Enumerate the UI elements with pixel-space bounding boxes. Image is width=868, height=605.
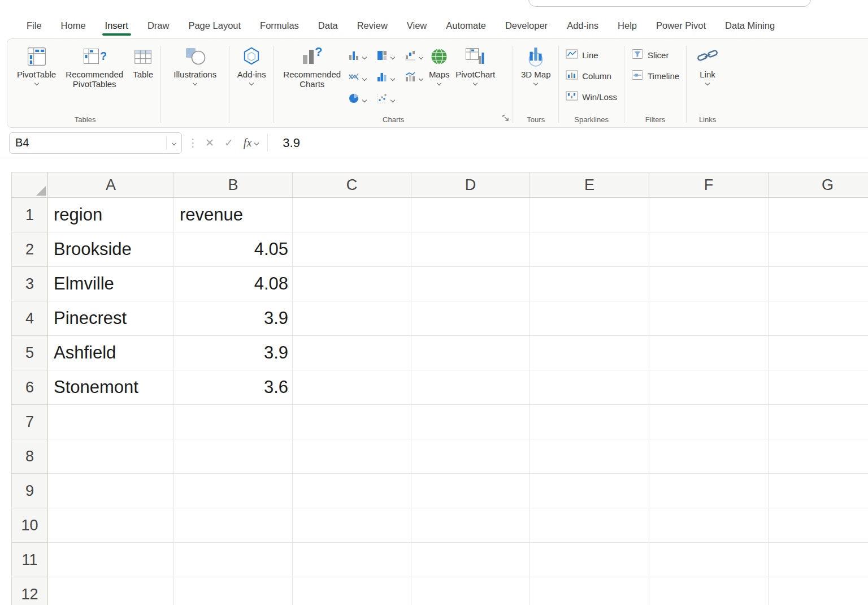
- recommended-charts-button[interactable]: ? Recommended Charts: [279, 44, 345, 91]
- row-header-3[interactable]: 3: [11, 267, 48, 301]
- tab-page-layout[interactable]: Page Layout: [179, 15, 250, 37]
- cancel-entry-icon[interactable]: ✕: [205, 136, 214, 149]
- cell-B9[interactable]: [174, 474, 293, 508]
- cell-A2[interactable]: Brookside: [48, 232, 174, 267]
- cell-D2[interactable]: [411, 232, 530, 267]
- cell-E11[interactable]: [530, 543, 649, 577]
- cell-F5[interactable]: [649, 336, 769, 370]
- pivottable-button[interactable]: PivotTable: [14, 44, 59, 87]
- tab-power-pivot[interactable]: Power Pivot: [646, 15, 715, 37]
- column-header-F[interactable]: F: [649, 172, 769, 198]
- tab-data-mining[interactable]: Data Mining: [715, 15, 784, 37]
- cell-E9[interactable]: [530, 474, 649, 508]
- cell-C1[interactable]: [293, 198, 411, 232]
- cell-A12[interactable]: [48, 577, 174, 605]
- insert-function-button[interactable]: fx: [244, 136, 258, 149]
- cell-E8[interactable]: [530, 439, 649, 474]
- tab-draw[interactable]: Draw: [138, 15, 179, 37]
- cell-F4[interactable]: [649, 301, 769, 336]
- cell-A10[interactable]: [48, 508, 174, 543]
- insert-combo-chart-button[interactable]: [402, 69, 426, 87]
- insert-scatter-chart-button[interactable]: [374, 90, 397, 109]
- cell-F1[interactable]: [649, 198, 769, 232]
- timeline-button[interactable]: Timeline: [629, 66, 682, 87]
- cell-C8[interactable]: [293, 439, 411, 474]
- name-box[interactable]: B4: [9, 132, 182, 154]
- tab-help[interactable]: Help: [608, 15, 646, 37]
- cell-D5[interactable]: [411, 336, 530, 370]
- tab-add-ins[interactable]: Add-ins: [557, 15, 608, 37]
- cell-E4[interactable]: [530, 301, 649, 336]
- row-header-11[interactable]: 11: [11, 543, 48, 577]
- recommended-pivottables-button[interactable]: ? Recommended PivotTables: [59, 44, 130, 91]
- name-box-dropdown[interactable]: [166, 136, 176, 150]
- insert-line-area-chart-button[interactable]: [345, 69, 369, 87]
- cell-B4[interactable]: 3.9: [174, 301, 293, 336]
- select-all-corner[interactable]: [11, 172, 48, 198]
- column-header-A[interactable]: A: [48, 172, 174, 198]
- cell-F11[interactable]: [649, 543, 769, 577]
- cell-B11[interactable]: [174, 543, 293, 577]
- cell-G10[interactable]: [769, 508, 868, 543]
- cell-G12[interactable]: [769, 577, 868, 605]
- cell-B12[interactable]: [174, 577, 293, 605]
- cell-B8[interactable]: [174, 439, 293, 474]
- addins-button[interactable]: Add-ins: [234, 44, 269, 87]
- cell-G5[interactable]: [769, 336, 868, 370]
- column-header-G[interactable]: G: [769, 172, 868, 198]
- cell-F8[interactable]: [649, 439, 769, 474]
- column-header-E[interactable]: E: [530, 172, 649, 198]
- formula-bar-drag-handle[interactable]: ⋮: [188, 136, 198, 149]
- cell-C2[interactable]: [293, 232, 411, 267]
- row-header-12[interactable]: 12: [11, 577, 48, 605]
- cell-E7[interactable]: [530, 405, 649, 439]
- cell-E3[interactable]: [530, 267, 649, 301]
- cell-F2[interactable]: [649, 232, 769, 267]
- cell-A8[interactable]: [48, 439, 174, 474]
- cell-D4[interactable]: [411, 301, 530, 336]
- cell-C7[interactable]: [293, 405, 411, 439]
- row-header-6[interactable]: 6: [11, 370, 48, 405]
- cell-B7[interactable]: [174, 405, 293, 439]
- cell-F6[interactable]: [649, 370, 769, 405]
- cell-F3[interactable]: [649, 267, 769, 301]
- cell-D9[interactable]: [411, 474, 530, 508]
- tab-automate[interactable]: Automate: [436, 15, 496, 37]
- tab-review[interactable]: Review: [348, 15, 397, 37]
- cell-E2[interactable]: [530, 232, 649, 267]
- pivotchart-button[interactable]: PivotChart: [453, 44, 498, 87]
- row-header-7[interactable]: 7: [11, 405, 48, 439]
- cell-E12[interactable]: [530, 577, 649, 605]
- cell-C12[interactable]: [293, 577, 411, 605]
- cell-C5[interactable]: [293, 336, 411, 370]
- cell-A4[interactable]: Pinecrest: [48, 301, 174, 336]
- cell-F7[interactable]: [649, 405, 769, 439]
- cell-D6[interactable]: [411, 370, 530, 405]
- table-button[interactable]: Table: [130, 44, 156, 81]
- tab-data[interactable]: Data: [309, 15, 348, 37]
- tab-developer[interactable]: Developer: [496, 15, 557, 37]
- cell-E10[interactable]: [530, 508, 649, 543]
- insert-pie-chart-button[interactable]: [345, 90, 369, 109]
- cell-B5[interactable]: 3.9: [174, 336, 293, 370]
- cell-G6[interactable]: [769, 370, 868, 405]
- search-box-remnant[interactable]: [528, 0, 811, 7]
- cell-B10[interactable]: [174, 508, 293, 543]
- charts-dialog-launcher-icon[interactable]: [502, 114, 509, 124]
- tab-home[interactable]: Home: [51, 15, 96, 37]
- 3d-map-button[interactable]: 3D Map: [518, 44, 554, 87]
- row-header-1[interactable]: 1: [11, 198, 48, 232]
- cell-D7[interactable]: [411, 405, 530, 439]
- insert-hierarchy-chart-button[interactable]: [374, 47, 397, 66]
- cell-A9[interactable]: [48, 474, 174, 508]
- row-header-9[interactable]: 9: [11, 474, 48, 508]
- row-header-8[interactable]: 8: [11, 439, 48, 474]
- illustrations-button[interactable]: Illustrations: [166, 44, 224, 87]
- cell-A11[interactable]: [48, 543, 174, 577]
- cell-G8[interactable]: [769, 439, 868, 474]
- cell-G4[interactable]: [769, 301, 868, 336]
- formula-input[interactable]: 3.9: [283, 136, 300, 150]
- slicer-button[interactable]: Slicer: [629, 45, 682, 66]
- tab-formulas[interactable]: Formulas: [250, 15, 309, 37]
- cell-C11[interactable]: [293, 543, 411, 577]
